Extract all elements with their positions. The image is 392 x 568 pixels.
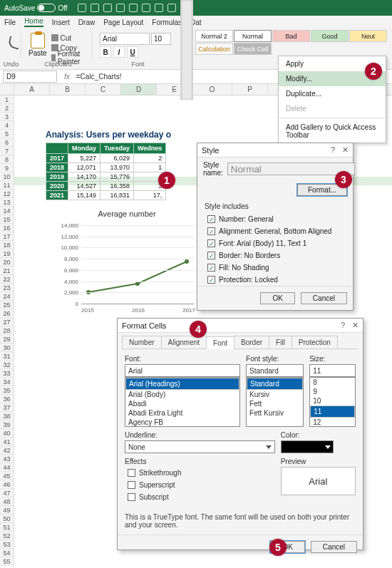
close-icon[interactable]: ✕	[352, 321, 359, 330]
qat-icon[interactable]	[103, 4, 112, 12]
fc-tab-number[interactable]: Number	[122, 336, 162, 348]
chk-border[interactable]: ✓Border: No Borders	[197, 249, 353, 262]
fc-cancel-button[interactable]: Cancel	[311, 541, 357, 553]
chk-alignment[interactable]: ✓Alignment: General, Bottom Aligned	[197, 225, 353, 237]
list-item[interactable]: Abadi	[125, 399, 239, 408]
row-header[interactable]: 52	[0, 532, 14, 540]
chk-strike[interactable]: Strikethrough	[125, 467, 275, 479]
name-box[interactable]: D9	[3, 71, 57, 83]
cell[interactable]: 17,	[133, 191, 165, 200]
style-cancel-button[interactable]: Cancel	[301, 292, 347, 304]
row-header[interactable]: 3	[0, 113, 14, 121]
tab-insert[interactable]: Insert	[52, 19, 70, 26]
fx-icon[interactable]: fx	[60, 73, 74, 81]
autosave-toggle[interactable]: AutoSave Off	[4, 4, 68, 12]
fc-tab-fill[interactable]: Fill	[269, 336, 292, 348]
cell[interactable]: 16,358	[100, 182, 134, 191]
italic-button[interactable]: I	[113, 46, 125, 58]
col-b[interactable]: B	[50, 84, 86, 95]
list-item[interactable]: 12	[310, 418, 355, 427]
font-listbox[interactable]: Arial (Headings)Arial (Body)AbadiAbadi E…	[125, 377, 240, 427]
row-header[interactable]: 20	[0, 258, 14, 267]
row-header[interactable]: 10	[0, 172, 14, 181]
row-header[interactable]: 38	[0, 412, 14, 420]
row-header[interactable]: 42	[0, 446, 14, 455]
cell[interactable]: 15,149	[68, 191, 100, 200]
tab-home[interactable]: Home	[24, 17, 43, 27]
row-header[interactable]: 9	[0, 164, 14, 172]
cell[interactable]: 5,227	[68, 154, 100, 163]
cell[interactable]: 2017	[46, 154, 68, 163]
row-header[interactable]: 13	[0, 198, 14, 207]
row-header[interactable]: 39	[0, 420, 14, 429]
col-a[interactable]: A	[14, 84, 50, 95]
help-icon[interactable]: ?	[341, 321, 345, 330]
underline-button[interactable]: U	[127, 46, 138, 58]
paste-button[interactable]: Paste	[29, 33, 47, 63]
style-normal2[interactable]: Normal 2	[195, 30, 233, 42]
style-good[interactable]: Good	[311, 30, 349, 42]
row-header[interactable]: 25	[0, 301, 14, 309]
font-input[interactable]: Arial	[125, 364, 240, 377]
qat-icon[interactable]	[167, 4, 176, 12]
row-header[interactable]: 16	[0, 224, 14, 232]
row-header[interactable]: 41	[0, 438, 14, 446]
row-header[interactable]: 24	[0, 292, 14, 301]
cell[interactable]: 15,776	[100, 172, 134, 182]
cell[interactable]: 13,970	[100, 163, 134, 172]
font-size-select[interactable]: 10	[151, 33, 171, 45]
row-header[interactable]: 55	[0, 557, 14, 566]
tab-formulas[interactable]: Formulas	[152, 19, 182, 26]
cell[interactable]: 12,071	[68, 163, 100, 172]
chk-font[interactable]: ✓Font: Arial (Body) 11, Text 1	[197, 237, 353, 249]
row-header[interactable]: 28	[0, 326, 14, 335]
undo-icon[interactable]	[7, 36, 21, 50]
row-header[interactable]: 12	[0, 190, 14, 198]
row-header[interactable]: 35	[0, 386, 14, 395]
cell[interactable]: 2020	[46, 182, 68, 191]
list-item[interactable]: Abadi Extra Light	[125, 408, 239, 418]
style-neutral[interactable]: Neut	[349, 30, 387, 42]
list-item[interactable]: Arial (Headings)	[125, 378, 239, 390]
fontstyle-listbox[interactable]: StandardKursivFettFett Kursiv	[246, 377, 304, 427]
row-header[interactable]: 22	[0, 275, 14, 284]
row-header[interactable]: 30	[0, 344, 14, 352]
tab-page-layout[interactable]: Page Layout	[103, 19, 143, 26]
help-icon[interactable]: ?	[331, 145, 335, 155]
cell[interactable]: 1	[133, 163, 165, 172]
row-header[interactable]: 54	[0, 549, 14, 557]
fontstyle-input[interactable]: Standard	[246, 364, 304, 377]
size-listbox[interactable]: 8910111214	[309, 377, 356, 427]
color-select[interactable]	[281, 440, 334, 453]
cell[interactable]: 16,831	[100, 191, 134, 200]
style-ok-button[interactable]: OK	[260, 292, 294, 304]
tab-file[interactable]: File	[4, 19, 16, 26]
col-o[interactable]: O	[192, 84, 232, 95]
underline-select[interactable]: None	[125, 440, 275, 453]
cut-button[interactable]: Cut	[50, 33, 88, 43]
row-header[interactable]: 14	[0, 207, 14, 215]
row-header[interactable]: 18	[0, 241, 14, 249]
row-header[interactable]: 34	[0, 378, 14, 386]
row-header[interactable]: 51	[0, 523, 14, 532]
row-header[interactable]: 26	[0, 309, 14, 318]
row-header[interactable]: 17	[0, 232, 14, 241]
row-header[interactable]: 11	[0, 181, 14, 190]
col-p[interactable]: P	[232, 84, 268, 95]
list-item[interactable]: Fett	[247, 399, 303, 408]
row-header[interactable]: 27	[0, 318, 14, 326]
row-header[interactable]: 1	[0, 95, 14, 104]
select-all-triangle[interactable]	[0, 84, 14, 95]
style-calculation[interactable]: Calculation	[195, 43, 233, 55]
qat-icon[interactable]	[129, 4, 138, 12]
qat-save-icon[interactable]	[78, 4, 86, 12]
fc-tab-border[interactable]: Border	[234, 336, 269, 348]
cell[interactable]: 14,170	[68, 172, 100, 182]
col-c[interactable]: C	[86, 84, 121, 95]
row-header[interactable]: 43	[0, 455, 14, 463]
row-header[interactable]: 2	[0, 104, 14, 113]
chk-superscript[interactable]: Superscript	[125, 479, 275, 491]
list-item[interactable]: 10	[310, 396, 355, 406]
qat-icon[interactable]	[155, 4, 163, 12]
row-header[interactable]: 6	[0, 138, 14, 147]
